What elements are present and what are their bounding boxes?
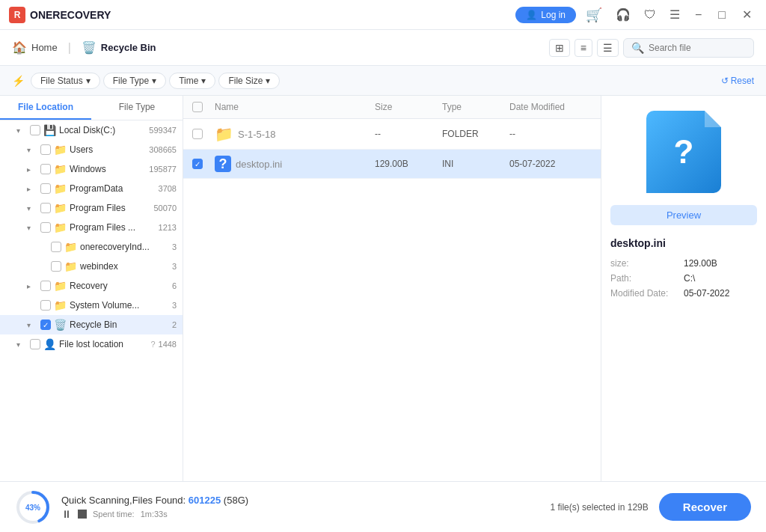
- detail-view-button[interactable]: ☰: [597, 39, 619, 57]
- item-count-recycle-bin: 2: [172, 320, 177, 329]
- meta-row-modified: Modified Date: 05-07-2022: [610, 288, 757, 299]
- checkbox-windows[interactable]: [40, 164, 51, 174]
- preview-button[interactable]: Preview: [610, 205, 757, 225]
- row-size-desktop-ini: 129.00B: [375, 159, 442, 169]
- recycle-bin-icon: 🗑️: [54, 319, 67, 331]
- tree-item-windows[interactable]: ▸ 📁 Windows 195877: [0, 159, 183, 179]
- scan-info: Quick Scanning,Files Found: 601225 (58G)…: [61, 495, 539, 520]
- stop-button[interactable]: [78, 510, 87, 519]
- login-button[interactable]: 👤 Log in: [515, 7, 576, 23]
- headphone-button[interactable]: 🎧: [612, 6, 634, 23]
- tree-item-webindex[interactable]: 📁 webindex 3: [0, 257, 183, 276]
- file-status-filter[interactable]: File Status ▾: [31, 73, 100, 89]
- login-label: Log in: [541, 10, 566, 20]
- checkbox-folder[interactable]: [192, 129, 203, 139]
- tree-item-recovery[interactable]: ▸ 📁 Recovery 6: [0, 276, 183, 296]
- tree-item-onerecovery[interactable]: 📁 onerecoveryInd... 3: [0, 237, 183, 257]
- checkbox-programdata[interactable]: [40, 183, 51, 194]
- recycle-icon: 🗑️: [82, 40, 96, 55]
- recover-button[interactable]: Recover: [659, 493, 751, 521]
- preview-file-icon: ?: [646, 111, 721, 193]
- pause-button[interactable]: ⏸: [61, 508, 72, 520]
- file-row-desktop-ini[interactable]: ✓ ? desktop.ini 129.00B INI 05-07-2022: [183, 150, 601, 179]
- disk-icon: 💾: [43, 124, 56, 136]
- checkbox-program-files[interactable]: [40, 203, 51, 213]
- breadcrumb-recycle-bin[interactable]: 🗑️ Recycle Bin: [82, 40, 156, 55]
- checkbox-onerecovery[interactable]: [51, 242, 61, 252]
- maximize-button[interactable]: □: [713, 7, 731, 23]
- minimize-button[interactable]: −: [690, 7, 707, 23]
- close-button[interactable]: ✕: [737, 6, 757, 23]
- header-check[interactable]: [192, 102, 215, 112]
- folder-icon: 📁: [54, 202, 67, 214]
- filter-bar: ⚡ File Status ▾ File Type ▾ Time ▾ File …: [0, 66, 766, 96]
- tree-item-programdata[interactable]: ▸ 📁 ProgramData 3708: [0, 179, 183, 198]
- reset-button[interactable]: ↺ Reset: [721, 76, 754, 86]
- header-date: Date Modified: [509, 102, 592, 112]
- app-name: ONERECOVERY: [30, 9, 111, 21]
- checkbox-webindex[interactable]: [51, 261, 61, 272]
- user-icon: 👤: [43, 338, 56, 350]
- file-size-filter[interactable]: File Size ▾: [218, 73, 280, 89]
- chevron-down-icon: ▾: [266, 76, 270, 86]
- expand-arrow: ▾: [27, 224, 37, 232]
- item-count-local-disk: 599347: [149, 126, 177, 135]
- breadcrumb-home[interactable]: 🏠 Home: [12, 40, 58, 55]
- chevron-down-icon: ▾: [86, 76, 91, 86]
- search-box: 🔍: [623, 38, 754, 58]
- checkbox-local-disk[interactable]: [30, 125, 40, 135]
- menu-button[interactable]: ☰: [666, 6, 684, 23]
- selected-info: 1 file(s) selected in 129B: [550, 502, 648, 513]
- grid-view-button[interactable]: ⊞: [549, 39, 570, 57]
- meta-label-size: size:: [610, 258, 678, 269]
- checkbox-system-volume[interactable]: [40, 300, 51, 311]
- tree-item-system-volume[interactable]: 📁 System Volume... 3: [0, 296, 183, 315]
- tree-item-program-files[interactable]: ▾ 📁 Program Files 50070: [0, 198, 183, 218]
- item-count-users: 308665: [149, 145, 177, 154]
- app-logo: R ONERECOVERY: [9, 7, 111, 23]
- time-filter[interactable]: Time ▾: [169, 73, 215, 89]
- folder-icon: 📁: [54, 144, 67, 156]
- cart-button[interactable]: 🛒: [582, 5, 606, 25]
- tree-item-file-lost[interactable]: ▾ 👤 File lost location ? 1448: [0, 334, 183, 354]
- file-row-folder[interactable]: 📁 S-1-5-18 -- FOLDER --: [183, 119, 601, 150]
- status-bar: 43% Quick Scanning,Files Found: 601225 (…: [0, 481, 766, 532]
- scan-count: 601225: [189, 495, 221, 506]
- folder-icon: 📁: [215, 125, 233, 143]
- item-label-file-lost: File lost location: [59, 339, 147, 349]
- chevron-down-icon: ▾: [201, 76, 206, 86]
- titlebar: R ONERECOVERY 👤 Log in 🛒 🎧 🛡 ☰ − □ ✕: [0, 0, 766, 30]
- item-count-program-files-x86: 1213: [159, 223, 177, 232]
- header-name: Name: [215, 102, 375, 112]
- meta-value-path: C:\: [684, 273, 695, 284]
- checkbox-desktop-ini[interactable]: ✓: [192, 159, 203, 169]
- tab-file-location[interactable]: File Location: [0, 96, 91, 120]
- folder-icon: 📁: [54, 299, 67, 311]
- row-check-desktop-ini[interactable]: ✓: [192, 159, 215, 169]
- item-label-recycle-bin: Recycle Bin: [70, 319, 169, 330]
- file-size-label: File Size: [228, 76, 263, 86]
- tree-item-recycle-bin[interactable]: ▾ ✓ 🗑️ Recycle Bin 2: [0, 315, 183, 334]
- file-type-filter[interactable]: File Type ▾: [103, 73, 166, 89]
- help-icon[interactable]: ?: [150, 340, 155, 349]
- file-list: Name Size Type Date Modified 📁 S-1-5-18 …: [183, 96, 601, 481]
- checkbox-recycle-bin[interactable]: ✓: [40, 319, 51, 330]
- checkbox-file-lost[interactable]: [30, 339, 40, 349]
- row-type-desktop-ini: INI: [442, 159, 509, 169]
- user-icon: 👤: [526, 10, 537, 20]
- expand-arrow: ▸: [27, 282, 37, 290]
- home-icon: 🏠: [12, 40, 27, 55]
- checkbox-program-files-x86[interactable]: [40, 222, 51, 233]
- meta-row-size: size: 129.00B: [610, 258, 757, 269]
- select-all-checkbox[interactable]: [192, 102, 203, 112]
- checkbox-recovery[interactable]: [40, 281, 51, 291]
- list-view-button[interactable]: ≡: [574, 39, 592, 57]
- tree-item-local-disk[interactable]: ▾ 💾 Local Disk(C:) 599347: [0, 120, 183, 140]
- tab-file-type[interactable]: File Type: [91, 96, 183, 120]
- shield-button[interactable]: 🛡: [640, 7, 660, 23]
- tree-item-users[interactable]: ▾ 📁 Users 308665: [0, 140, 183, 159]
- search-input[interactable]: [649, 43, 746, 53]
- checkbox-users[interactable]: [40, 144, 51, 155]
- row-check-folder[interactable]: [192, 129, 215, 139]
- tree-item-program-files-x86[interactable]: ▾ 📁 Program Files ... 1213: [0, 218, 183, 237]
